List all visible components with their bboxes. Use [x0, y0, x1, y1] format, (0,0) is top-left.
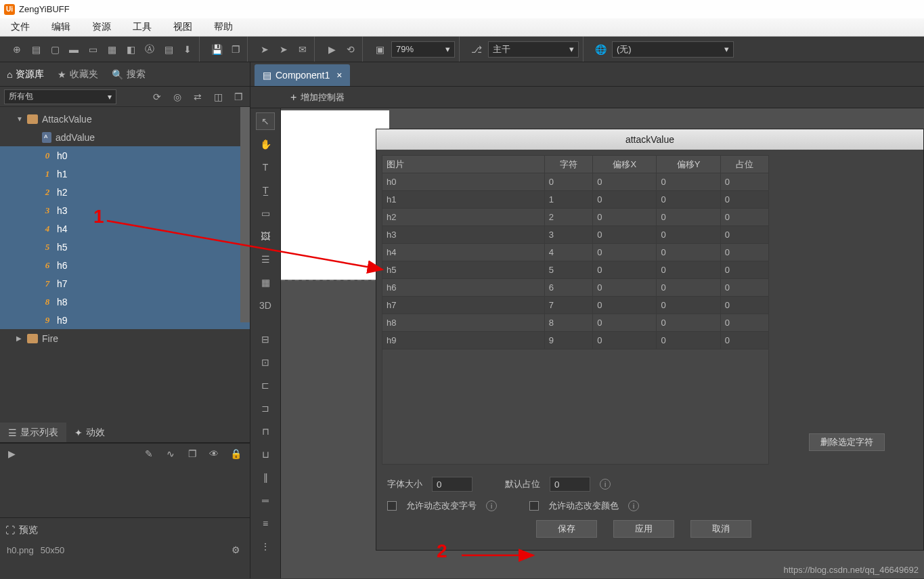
table-cell[interactable]: h7	[382, 297, 545, 314]
th-offsety[interactable]: 偏移Y	[657, 156, 720, 173]
tool-grid-icon[interactable]: ▦	[256, 274, 275, 291]
table-cell[interactable]: 0	[657, 261, 720, 279]
table-row[interactable]: h22000	[382, 209, 769, 226]
allow-dynamic-color-checkbox[interactable]	[529, 501, 539, 511]
table-cell[interactable]: 0	[593, 173, 657, 191]
play-icon[interactable]: ▶	[324, 42, 339, 57]
text-icon[interactable]: Ⓐ	[142, 42, 157, 57]
info-icon[interactable]: i	[628, 500, 639, 511]
table-cell[interactable]: h6	[382, 279, 545, 297]
align-e-icon[interactable]: ⊓	[256, 423, 275, 440]
table-cell[interactable]: 0	[720, 244, 768, 261]
table-cell[interactable]: 0	[657, 314, 720, 332]
table-cell[interactable]: 4	[544, 244, 592, 261]
allow-dynamic-size-checkbox[interactable]	[387, 501, 397, 511]
th-slot[interactable]: 占位	[720, 156, 768, 173]
save-button[interactable]: 保存	[536, 520, 597, 538]
align-f-icon[interactable]: ⊔	[256, 446, 275, 463]
table-cell[interactable]: 0	[657, 297, 720, 314]
tree-scrollbar[interactable]	[240, 107, 250, 322]
tree-item-h9[interactable]: 9h9	[0, 311, 250, 329]
card-icon[interactable]: ▭	[85, 42, 100, 57]
table-cell[interactable]: 8	[544, 314, 592, 332]
add-controller-label[interactable]: 增加控制器	[301, 91, 345, 104]
menu-help[interactable]: 帮助	[203, 21, 244, 33]
apply-button[interactable]: 应用	[613, 520, 674, 538]
tab-display-list[interactable]: ☰显示列表	[0, 423, 66, 442]
table-row[interactable]: h11000	[382, 191, 769, 209]
table-cell[interactable]: 0	[593, 226, 657, 244]
table-cell[interactable]: 0	[657, 173, 720, 191]
table-cell[interactable]: 0	[657, 226, 720, 244]
doc-icon[interactable]: ▤	[28, 42, 43, 57]
copy-icon[interactable]: ❐	[231, 89, 246, 104]
table-cell[interactable]: 0	[720, 209, 768, 226]
tool-b-icon[interactable]: ◧	[123, 42, 138, 57]
menu-edit[interactable]: 编辑	[41, 21, 81, 33]
progress-icon[interactable]: ▬	[66, 42, 81, 57]
align-d-icon[interactable]: ⊐	[256, 400, 275, 417]
save-all-icon[interactable]: ❐	[228, 42, 243, 57]
align-b-icon[interactable]: ⊡	[256, 353, 275, 371]
table-cell[interactable]: 9	[544, 332, 592, 349]
send2-icon[interactable]: ➤	[276, 42, 291, 57]
table-cell[interactable]: 0	[593, 314, 657, 332]
tab-favorites[interactable]: ★收藏夹	[51, 62, 105, 86]
table-cell[interactable]: h8	[382, 314, 545, 332]
table-cell[interactable]: 5	[544, 261, 592, 279]
tool-3d-icon[interactable]: 3D	[256, 297, 275, 314]
tab-search[interactable]: 🔍搜索	[105, 62, 152, 86]
menu-file[interactable]: 文件	[0, 21, 41, 33]
table-row[interactable]: h66000	[382, 279, 769, 297]
info-icon[interactable]: i	[486, 500, 497, 511]
tool-image-icon[interactable]: 🖼	[256, 228, 275, 245]
font-size-input[interactable]	[432, 477, 472, 492]
package-select[interactable]: 所有包▾	[4, 89, 116, 104]
tree-item-h2[interactable]: 2h2	[0, 183, 250, 201]
tab-fx[interactable]: ✦动效	[66, 423, 113, 442]
tool-select-icon[interactable]: ↖	[256, 112, 275, 130]
table-cell[interactable]: 0	[544, 173, 592, 191]
doc-tab-component1[interactable]: ▤Component1×	[255, 64, 350, 86]
eye-closed-icon[interactable]: ∿	[163, 446, 178, 461]
screen-icon[interactable]: ▣	[372, 42, 387, 57]
table-cell[interactable]: 0	[593, 209, 657, 226]
table-cell[interactable]: 3	[544, 226, 592, 244]
menu-resource[interactable]: 资源	[81, 21, 122, 33]
th-image[interactable]: 图片	[382, 156, 545, 173]
edit-icon[interactable]: ✎	[141, 446, 156, 461]
bookmark-icon[interactable]: ▢	[47, 42, 62, 57]
cancel-button[interactable]: 取消	[690, 520, 751, 538]
dup-icon[interactable]: ❐	[185, 446, 200, 461]
clapper-icon[interactable]: ▤	[161, 42, 176, 57]
delete-char-button[interactable]: 删除选定字符	[809, 433, 885, 451]
swap-icon[interactable]: ⇄	[190, 89, 205, 104]
table-cell[interactable]: h3	[382, 226, 545, 244]
align-c-icon[interactable]: ⊏	[256, 377, 275, 394]
refresh-icon[interactable]: ⟲	[343, 42, 358, 57]
table-row[interactable]: h77000	[382, 297, 769, 314]
table-cell[interactable]: 0	[657, 332, 720, 349]
table-cell[interactable]: 2	[544, 209, 592, 226]
refresh-tree-icon[interactable]: ⟳	[150, 89, 164, 104]
table-cell[interactable]: h2	[382, 209, 545, 226]
table-cell[interactable]: 0	[720, 314, 768, 332]
table-cell[interactable]: h5	[382, 261, 545, 279]
gear-icon[interactable]: ⚙	[228, 542, 243, 557]
eye-icon[interactable]: 👁	[206, 446, 221, 461]
table-cell[interactable]: 0	[720, 191, 768, 209]
tree-item-h7[interactable]: 7h7	[0, 274, 250, 293]
lang-select[interactable]: (无)▾	[612, 41, 734, 58]
table-row[interactable]: h55000	[382, 261, 769, 279]
canvas[interactable]: attackValue 图片 字符 偏移X 偏移Y 占位	[281, 108, 924, 578]
table-cell[interactable]: 0	[657, 244, 720, 261]
table-cell[interactable]: 0	[657, 279, 720, 297]
download-icon[interactable]: ⬇	[180, 42, 195, 57]
tool-frame-icon[interactable]: ▭	[256, 205, 275, 222]
table-cell[interactable]: 0	[720, 332, 768, 349]
play-small-icon[interactable]: ▶	[4, 446, 19, 461]
tool-hand-icon[interactable]: ✋	[256, 135, 275, 153]
th-offsetx[interactable]: 偏移X	[593, 156, 657, 173]
tree-item-h3[interactable]: 3h3	[0, 201, 250, 219]
locate-icon[interactable]: ◎	[170, 89, 185, 104]
